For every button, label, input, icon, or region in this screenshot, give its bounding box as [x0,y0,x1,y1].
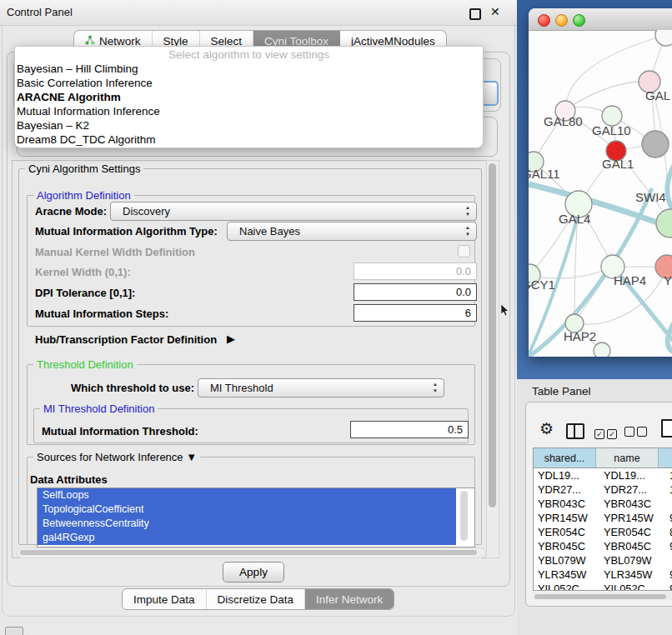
mi-type-value: Naive Bayes [239,225,300,238]
table-row[interactable]: YBL079WYBL079W [534,553,672,568]
network-node[interactable] [594,342,610,357]
table-cell: YDR27... [534,482,599,497]
table-cell: 9 [665,582,672,591]
table-column-header[interactable]: shared... [534,448,596,468]
table-column-header[interactable]: name [596,448,659,468]
table-cell: YDR27... [599,482,665,497]
mi-steps-field[interactable]: 6 [354,304,477,322]
expand-arrow-icon[interactable]: ▶ [227,332,235,345]
vertical-scrollbar-thumb[interactable] [489,163,496,508]
float-window-icon[interactable] [469,8,481,20]
table-scrollbar-thumb[interactable] [534,594,666,599]
mi-threshold-field[interactable]: 0.5 [350,421,469,438]
algorithm-option[interactable]: Bayesian – Hill Climbing [15,62,483,77]
algorithm-option[interactable]: Basic Correlation Inference [15,77,483,91]
collapse-arrow-icon[interactable]: ▼ [186,451,197,463]
table-cell: YBR045C [534,539,599,553]
dpi-tolerance-field[interactable]: 0.0 [354,283,477,301]
attribute-item-selected[interactable]: SelfLoops [38,488,456,502]
table-row[interactable]: YBR043CYBR043C [534,497,672,511]
table-cell: 9. [665,568,672,582]
network-canvas[interactable]: GALGAL80GAL10GAL1GAL11SWI4GAL4GCY1HAP4YH… [529,30,672,357]
mi-threshold-group-title: MI Threshold Definition [40,402,158,415]
network-node-label: HAP2 [564,329,596,343]
deselect-columns-icon[interactable] [624,425,649,440]
manual-kernel-checkbox[interactable] [458,245,470,258]
network-node-label: GAL4 [559,212,590,226]
network-node-swi4[interactable] [656,209,672,238]
attribute-item-selected[interactable]: BetweennessCentrality [38,517,456,531]
table-row[interactable]: YDR27...YDR27...12 [534,482,672,497]
table-cell: YER054C [534,525,599,539]
horizontal-scrollbar-thumb[interactable] [20,550,477,555]
table-cell: YPR145W [599,511,665,525]
bottom-tab-discretize-data[interactable]: Discretize Data [207,589,306,609]
cyni-algorithm-settings-title: Cyni Algorithm Settings [25,162,143,175]
table-cell: 9. [665,511,672,525]
table-cell: 12 [665,482,672,497]
network-node[interactable] [642,131,669,158]
split-view-icon[interactable] [566,423,584,439]
spinner-icon: ▲▼ [465,204,470,218]
table-cell: YLR345W [599,568,665,582]
attribute-item-selected[interactable]: gal4RGexp [38,531,456,545]
sources-title[interactable]: Sources for Network Inference ▼ [33,451,200,463]
aracne-mode-combo[interactable]: Discovery ▲▼ [110,202,477,221]
select-columns-icon[interactable]: ✓✓ [594,425,619,440]
table-row[interactable]: YBR045CYBR045C9. [534,539,672,553]
network-node-label: HAP4 [614,273,646,288]
network-node-label: GAL11 [529,167,560,181]
close-icon[interactable]: ✕ [490,5,500,18]
attributes-scrollbar-thumb[interactable] [460,491,468,541]
spinner-icon: ▲▼ [433,381,438,394]
table-row[interactable]: YDL19...YDL19...13 [534,468,672,482]
algorithm-option[interactable]: ARACNE Algorithm [15,91,483,105]
kernel-width-label: Kernel Width (0,1): [35,266,131,278]
which-threshold-value: MI Threshold [210,382,273,394]
table-cell: YDL19... [599,468,665,482]
table-row[interactable]: YLR345WYLR345W9. [534,568,672,582]
close-traffic-light-icon[interactable] [538,14,550,27]
network-node-label: SWI4 [635,190,666,204]
new-table-icon[interactable] [661,419,672,438]
attribute-item-selected[interactable]: TopologicalCoefficient [38,502,456,517]
table-row[interactable]: YIL052CYIL052C9 [534,582,672,591]
vertical-scrollbar[interactable] [486,160,499,558]
table-cell: YLR345W [534,568,599,582]
algorithm-dropdown: Select algorithm to view settings Bayesi… [14,46,484,148]
table-row[interactable]: YPR145WYPR145W9. [534,511,672,525]
table-cell: 13 [665,468,672,482]
bottom-tab-infer-network[interactable]: Infer Network [305,589,394,609]
bottom-tab-impute-data[interactable]: Impute Data [123,589,207,609]
network-view-window[interactable]: GALGAL80GAL10GAL1GAL11SWI4GAL4GCY1HAP4YH… [529,8,672,357]
minimized-panel-button[interactable] [5,627,23,635]
algorithm-dropdown-list: Bayesian – Hill ClimbingBasic Correlatio… [15,62,483,147]
algorithm-option[interactable]: Bayesian – K2 [15,119,483,133]
network-window-titlebar[interactable] [529,8,672,31]
minimize-traffic-light-icon[interactable] [555,14,568,27]
algorithm-dropdown-prompt: Select algorithm to view settings [15,47,483,62]
gear-icon[interactable]: ⚙ [539,421,554,437]
hub-definition-label[interactable]: Hub/Transcription Factor Definition [35,333,217,346]
control-panel-title: Control Panel [7,6,73,18]
data-attributes-label: Data Attributes [30,473,108,486]
which-threshold-combo[interactable]: MI Threshold ▲▼ [198,378,444,398]
horizontal-scrollbar[interactable] [17,548,485,558]
algorithm-option[interactable]: Dream8 DC_TDC Algorithm [15,133,483,148]
table-cell: YBL079W [599,553,665,568]
apply-button[interactable]: Apply [223,562,284,582]
network-node[interactable] [655,30,672,46]
mi-type-combo[interactable]: Naive Bayes ▲▼ [227,222,477,241]
table-column-header[interactable] [659,448,672,468]
table-row[interactable]: YER054CYER054C8. [534,525,672,539]
network-node-label: GAL1 [602,157,634,171]
algorithm-option[interactable]: Mutual Information Inference [15,105,483,119]
node-table[interactable]: shared...name YDL19...YDL19...13YDR27...… [533,448,672,591]
network-node-label: GAL10 [592,123,631,138]
zoom-traffic-light-icon[interactable] [573,14,585,27]
table-cell: YIL052C [599,582,665,591]
data-attributes-list[interactable]: SelfLoopsTopologicalCoefficientBetweenne… [37,488,475,548]
kernel-width-field[interactable]: 0.0 [354,262,477,280]
table-cell: YIL052C [534,582,599,591]
table-horizontal-scrollbar[interactable] [533,592,672,600]
